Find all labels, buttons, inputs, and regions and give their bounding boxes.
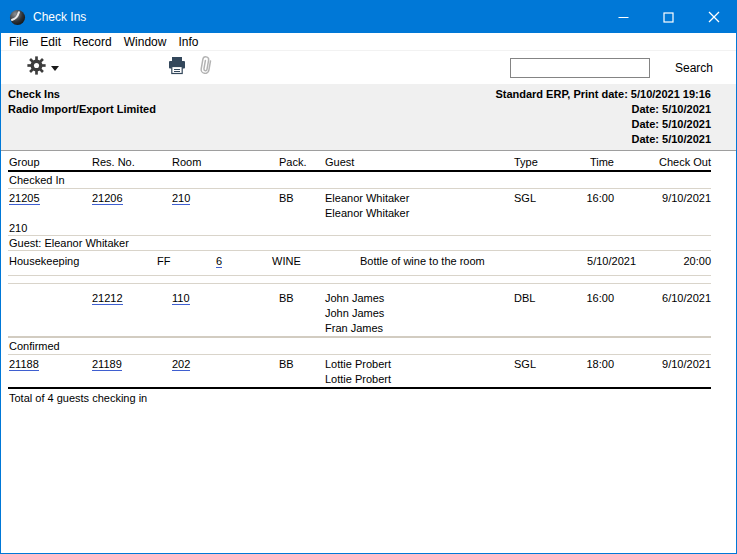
group-cell xyxy=(8,291,91,336)
operations-menu-button[interactable] xyxy=(27,56,59,79)
report-body: Group Res. No. Room Pack. Guest Type Tim… xyxy=(1,151,736,406)
pack-cell: BB xyxy=(278,291,324,336)
search-button[interactable]: Search xyxy=(675,61,713,75)
type-cell: DBL xyxy=(513,291,573,336)
toolbar: Search xyxy=(1,51,736,84)
report-meta-line: Date: 5/10/2021 xyxy=(495,132,711,147)
report-meta-line: Date: 5/10/2021 xyxy=(495,102,711,117)
col-time: Time xyxy=(573,155,614,170)
pack-cell: BB xyxy=(278,191,324,221)
housekeeping-code: FF xyxy=(157,254,170,269)
report-header: Check Ins Radio Import/Export Limited St… xyxy=(1,84,736,151)
time-cell: 18:00 xyxy=(573,357,614,387)
type-cell: SGL xyxy=(513,191,573,221)
time-cell: 16:00 xyxy=(573,191,614,221)
section-checked-in: Checked In xyxy=(8,172,711,188)
maximize-button[interactable] xyxy=(646,1,691,33)
guest-cell: Eleanor Whitaker Eleanor Whitaker xyxy=(324,191,513,221)
chevron-down-icon xyxy=(51,66,59,71)
guest-name: Eleanor Whitaker xyxy=(325,191,513,206)
close-button[interactable] xyxy=(691,1,736,33)
menu-file[interactable]: File xyxy=(9,35,28,49)
print-button[interactable] xyxy=(167,56,187,79)
housekeeping-row: Housekeeping FF 6 WINE Bottle of wine to… xyxy=(8,251,711,275)
reservation-link[interactable]: 21206 xyxy=(92,192,123,205)
checkout-cell: 9/10/2021 xyxy=(614,357,711,387)
group-link[interactable]: 21188 xyxy=(9,358,39,371)
minimize-button[interactable] xyxy=(601,1,646,33)
menu-window[interactable]: Window xyxy=(124,35,167,49)
col-group: Group xyxy=(8,155,91,170)
table-row: 21212 110 BB John James John James Fran … xyxy=(8,284,711,336)
row-spacer xyxy=(8,276,711,283)
guest-cell: John James John James Fran James xyxy=(324,291,513,336)
attachments-button[interactable] xyxy=(196,54,215,81)
app-window: Check Ins File Edit Record Window Info xyxy=(0,0,737,554)
type-cell: SGL xyxy=(513,357,573,387)
col-guest: Guest xyxy=(324,155,513,170)
checkout-cell: 6/10/2021 xyxy=(614,291,711,336)
search-input[interactable] xyxy=(510,58,650,78)
guest-name: John James xyxy=(325,291,513,306)
room-link[interactable]: 110 xyxy=(172,292,190,305)
room-note-row: 210 xyxy=(8,221,711,235)
window-controls xyxy=(601,1,736,33)
guest-name: John James xyxy=(325,306,513,321)
section-confirmed: Confirmed xyxy=(8,338,711,354)
col-check-out: Check Out xyxy=(614,155,711,170)
housekeeping-description: Bottle of wine to the room xyxy=(360,254,485,269)
housekeeping-label: Housekeeping xyxy=(9,254,79,269)
housekeeping-date: 5/10/2021 xyxy=(587,254,636,269)
checkout-cell: 9/10/2021 xyxy=(614,191,711,221)
total-row: Total of 4 guests checking in xyxy=(8,389,711,406)
hansaworld-logo-icon xyxy=(9,9,26,26)
col-res-no: Res. No. xyxy=(91,155,171,170)
guest-name: Eleanor Whitaker xyxy=(325,206,513,221)
col-room: Room xyxy=(171,155,278,170)
room-link[interactable]: 6 xyxy=(216,255,222,268)
guest-note-row: Guest: Eleanor Whitaker xyxy=(8,236,711,250)
report-title: Check Ins xyxy=(8,87,495,102)
report-meta-line: Date: 5/10/2021 xyxy=(495,117,711,132)
menu-bar: File Edit Record Window Info xyxy=(1,33,736,51)
housekeeping-pack: WINE xyxy=(272,254,301,269)
col-pack: Pack. xyxy=(278,155,324,170)
menu-edit[interactable]: Edit xyxy=(40,35,61,49)
reservation-link[interactable]: 21212 xyxy=(92,292,123,305)
room-link[interactable]: 210 xyxy=(172,192,190,205)
paperclip-icon xyxy=(196,54,215,81)
report-company: Radio Import/Export Limited xyxy=(8,102,495,117)
menu-record[interactable]: Record xyxy=(73,35,112,49)
pack-cell: BB xyxy=(278,357,324,387)
guest-name: Lottie Probert xyxy=(325,357,513,372)
group-link[interactable]: 21205 xyxy=(9,192,40,205)
room-link[interactable]: 202 xyxy=(172,358,190,371)
report-meta-line: Standard ERP, Print date: 5/10/2021 19:1… xyxy=(495,87,711,102)
reservation-link[interactable]: 21189 xyxy=(92,358,122,371)
guest-name: Fran James xyxy=(325,321,513,336)
guest-name: Lottie Probert xyxy=(325,372,513,387)
housekeeping-time: 20:00 xyxy=(683,254,711,269)
time-cell: 16:00 xyxy=(573,291,614,336)
window-title: Check Ins xyxy=(33,10,601,24)
printer-icon xyxy=(167,56,187,79)
col-type: Type xyxy=(513,155,573,170)
table-row: 21205 21206 210 BB Eleanor Whitaker Elea… xyxy=(8,189,711,221)
table-row: 21188 21189 202 BB Lottie Probert Lottie… xyxy=(8,355,711,387)
table-header-row: Group Res. No. Room Pack. Guest Type Tim… xyxy=(8,151,711,170)
gear-icon xyxy=(27,56,46,79)
menu-info[interactable]: Info xyxy=(178,35,198,49)
guest-cell: Lottie Probert Lottie Probert xyxy=(324,357,513,387)
titlebar: Check Ins xyxy=(1,1,736,33)
